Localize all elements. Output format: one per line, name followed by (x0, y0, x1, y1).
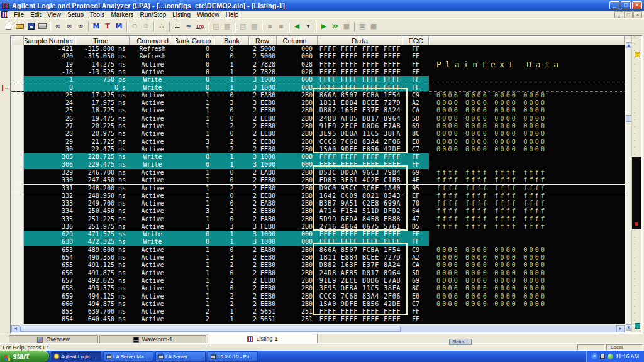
listing-row[interactable]: 329246.700 nsActive102 EAB02B0D53C DD3A … (11, 169, 625, 177)
horizontal-scroll-thumb[interactable] (20, 326, 401, 332)
find-button[interactable]: ∞ (52, 21, 64, 32)
taskbar-task[interactable]: LA Server (155, 351, 206, 361)
color-pattern-button[interactable]: ∴ (156, 21, 167, 32)
column-header-ecc[interactable]: ECC (402, 36, 429, 45)
start-button[interactable]: start (0, 351, 49, 362)
taskbar-task[interactable]: LA Server Manager (103, 351, 153, 361)
tray-chevron-icon[interactable]: « (591, 353, 597, 359)
column-header-sample-number[interactable]: Sample Number (24, 36, 75, 45)
listing-row[interactable]: 630472.325 nsWrite013 1000000FFFF FFFF F… (11, 238, 625, 246)
new-file-button[interactable] (3, 21, 14, 32)
listing-row[interactable]: 854640.450 nsActive212 5651251FFFF FFFF … (11, 315, 625, 323)
listing-row[interactable]: 335251.225 nsActive102 EAB02B05D99 6FDA … (11, 216, 625, 223)
menu-markers[interactable]: Markers (108, 11, 136, 18)
tray-app-icon[interactable] (600, 354, 605, 359)
listing-row[interactable]: -421-315.800 nsRefresh002 5000000FFFF FF… (11, 45, 625, 53)
print-button[interactable] (36, 21, 48, 32)
tray-status-icon[interactable] (608, 354, 613, 359)
scroll-up-button[interactable]: ▲ (626, 42, 631, 48)
menu-setup[interactable]: Setup (64, 11, 87, 18)
listing-row[interactable]: 305228.725 nsWrite013 1000000FFFF FFFF F… (11, 153, 625, 161)
listing-row[interactable]: 3022.475 nsActive122 EEB02B015A0 9DFE E8… (11, 146, 625, 153)
vertical-scrollbar[interactable]: ▲ ▼ (625, 36, 631, 332)
open-file-button[interactable] (14, 21, 25, 32)
listing-view-button[interactable]: ≡ (172, 21, 183, 32)
taskbar-task[interactable]: Agilent Logic and Prot... (51, 351, 101, 361)
scroll-right-button[interactable]: ► (616, 325, 625, 332)
listing-row[interactable]: 00 sWrite013 1000000FFFF FFFF FFFF FFFFF… (11, 84, 625, 91)
close-button[interactable]: × (632, 1, 642, 9)
listing-row[interactable]: 659494.125 nsActive122 EEB02B0CCC8 7C68 … (11, 293, 625, 300)
listing-row[interactable]: 658493.375 nsActive102 EEB02B03E95 DEBA … (11, 285, 625, 292)
listing-row[interactable]: 653489.600 nsActive102 EAB02B0866A 8507 … (11, 246, 625, 254)
tab-overview[interactable]: Overview (9, 335, 98, 343)
listing-row[interactable]: 2619.475 nsActive102 EEB02B024D8 AFB5 D8… (11, 115, 625, 123)
menu-edit[interactable]: Edit (27, 11, 44, 18)
tab-waveform-1[interactable]: Waveform-1 (99, 335, 206, 343)
child-minimize-button[interactable]: _ (614, 11, 623, 18)
listing-row[interactable]: 629471.575 nsWrite013 1000000FFFF FFFF F… (11, 231, 625, 238)
probe-dropdown[interactable]: ▾ (303, 21, 314, 32)
menu-window[interactable]: Window (194, 11, 223, 18)
find-backward-button[interactable]: ∞ (75, 21, 86, 32)
listing-row[interactable]: -420-315.050 nsRefresh002 5000000FFFF FF… (11, 53, 625, 60)
listing-row[interactable]: 660494.875 nsActive122 EEB02B015A0 9DFE … (11, 300, 625, 308)
restore-button[interactable]: □ (621, 1, 631, 9)
listing-row[interactable]: 332248.950 nsActive102 EEB02B01642 CC09 … (11, 192, 625, 200)
probe-button[interactable]: ◀ (291, 21, 303, 32)
horizontal-scrollbar[interactable]: ◄ ► (11, 324, 625, 332)
marker-trigger-button[interactable]: T (102, 21, 113, 32)
menu-run-stop[interactable]: Run/Stop (137, 11, 170, 18)
menu-view[interactable]: View (44, 11, 64, 18)
menu-help[interactable]: Help (223, 11, 242, 18)
column-header-command[interactable]: Command (130, 36, 175, 45)
column-header-bank[interactable]: Bank (214, 36, 249, 45)
listing-row[interactable]: 655491.125 nsActive122 EEB02B0DB82 163F … (11, 261, 625, 269)
find-forward-button[interactable]: ∞ (64, 21, 75, 32)
listing-row[interactable]: 2720.225 nsActive122 EEB02B091E9 2ECE D0… (11, 123, 625, 130)
listing-row[interactable]: 2820.975 nsActive102 EEB02B03E95 DEBA 11… (11, 130, 625, 138)
save-button[interactable] (25, 21, 36, 32)
taskbar-task[interactable]: 10.0.0.10 - PuTTY (208, 351, 258, 361)
listing-row[interactable]: 334250.450 nsActive322 EEB02B0A714 F154 … (11, 207, 625, 215)
run-repetitive-button[interactable]: ≫ (330, 21, 341, 32)
marker-begin-button[interactable]: M (91, 21, 102, 32)
listing-row[interactable]: 853639.700 nsActive212 5651251FFFF FFFF … (11, 308, 625, 315)
listing-row[interactable]: 2417.975 nsActive133 EEB02B01B11 E884 BC… (11, 99, 625, 107)
listing-row[interactable]: 330247.450 nsActive102 EEB02B0ED83 3E61 … (11, 177, 625, 184)
column-header-row[interactable]: Row (249, 36, 277, 45)
column-header-bank-group[interactable]: Bank Group (175, 36, 214, 45)
trigger-view-button[interactable]: Trg (194, 21, 206, 32)
listing-row[interactable]: 2921.725 nsActive322 EEB02B0CCC8 7C68 83… (11, 138, 625, 146)
listing-row[interactable]: -19-14.275 nsActive012 7828028FFFF FFFF … (11, 61, 625, 69)
marker-overview-strip[interactable] (631, 36, 641, 332)
menu-file[interactable]: File (11, 11, 27, 18)
column-header-column[interactable]: Column (277, 36, 318, 45)
menu-tools[interactable]: Tools (87, 11, 108, 18)
menu-listing[interactable]: Listing (169, 11, 194, 18)
listing-row[interactable]: 656491.875 nsActive102 EEB02B024D8 AFB5 … (11, 270, 625, 277)
marker-end-button[interactable]: M (113, 21, 125, 32)
run-button[interactable]: ▶ (318, 21, 330, 32)
column-header-time[interactable]: Time (75, 36, 130, 45)
minimize-button[interactable]: _ (609, 1, 619, 9)
row-annotation: 0000 0000 0000 0000 (429, 293, 625, 300)
listing-row[interactable]: 2518.725 nsActive102 EEB02B0DB82 163F E3… (11, 107, 625, 114)
child-restore-button[interactable]: □ (624, 11, 633, 18)
waveform-view-button[interactable]: ≈ (183, 21, 194, 32)
tab-listing-1[interactable]: Listing-1 (208, 334, 318, 343)
column-header-data[interactable]: Data (318, 36, 402, 45)
scroll-down-button[interactable]: ▼ (626, 324, 631, 331)
scroll-left-button[interactable]: ◄ (11, 325, 19, 332)
listing-row[interactable]: -18-13.525 nsActive012 7828028FFFF FFFF … (11, 69, 625, 76)
listing-row[interactable]: -1-750 psWrite013 1000000FFFF FFFF FFFF … (11, 76, 625, 84)
child-close-button[interactable]: × (633, 11, 642, 18)
listing-row[interactable]: 657492.625 nsActive122 EEB02B091E9 2ECE … (11, 277, 625, 285)
vertical-scroll-thumb[interactable] (626, 115, 631, 122)
listing-row[interactable]: 333249.700 nsActive102 EAB02B0B3B7 9A51 … (11, 200, 625, 207)
listing-row[interactable]: 2317.225 nsActive102 EAB02B0866A 8507 FC… (11, 92, 625, 99)
listing-row[interactable]: 331248.200 nsActive122 EEB02B0D9C0 95CC … (11, 184, 625, 192)
listing-row[interactable]: 306229.475 nsWrite013 1000000FFFF FFFF F… (11, 161, 625, 168)
listing-row[interactable]: 336251.975 nsActive333 FEB02B02716 4D64 … (11, 223, 625, 231)
listing-row[interactable]: 654490.350 nsActive132 EEB02B01B11 E884 … (11, 254, 625, 261)
